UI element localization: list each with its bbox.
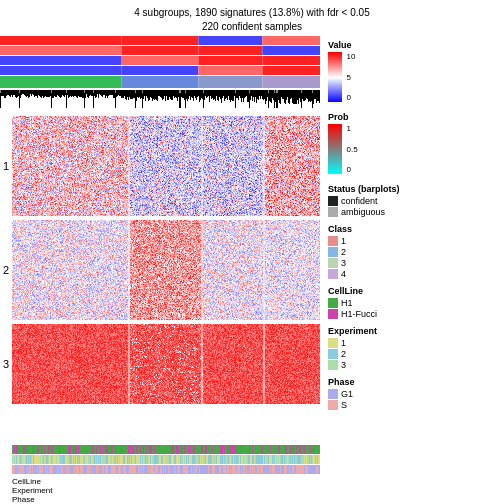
cellline-h1-color	[328, 298, 338, 308]
class-legend-title: Class	[328, 224, 500, 234]
class-2-color	[328, 247, 338, 257]
class-1-color	[328, 236, 338, 246]
status-ambiguous: ambiguous	[328, 207, 500, 217]
prob-gradient: 1 0.5 0	[328, 124, 500, 174]
value-min: 0	[347, 93, 356, 102]
class-3-label: 3	[341, 258, 346, 268]
phase-s-label: S	[341, 400, 347, 410]
cellline-h1-label: H1	[341, 298, 353, 308]
prob-max: 1	[347, 124, 358, 133]
experiment-3: 3	[328, 360, 500, 370]
experiment-1-color	[328, 338, 338, 348]
status-confident: confident	[328, 196, 500, 206]
class-4: 4	[328, 269, 500, 279]
prob-mid: 0.5	[347, 145, 358, 154]
title-area: 4 subgroups, 1890 signatures (13.8%) wit…	[0, 0, 504, 36]
row-label-1: 1	[0, 160, 12, 172]
phase-g1-color	[328, 389, 338, 399]
value-gradient: 10 5 0	[328, 52, 500, 102]
value-mid: 5	[347, 73, 356, 82]
class-2: 2	[328, 247, 500, 257]
value-max: 10	[347, 52, 356, 61]
prob-min: 0	[347, 165, 358, 174]
experiment-1-label: 1	[341, 338, 346, 348]
bottom-label-experiment: Experiment	[12, 486, 320, 495]
class-legend: Class 1 2 3 4	[328, 224, 500, 280]
main-container: 4 subgroups, 1890 signatures (13.8%) wit…	[0, 0, 504, 504]
bottom-annotation-area	[12, 445, 320, 475]
heatmap-wrapper-3	[12, 324, 320, 404]
status-ambiguous-color	[328, 207, 338, 217]
experiment-2: 2	[328, 349, 500, 359]
experiment-legend: Experiment 1 2 3	[328, 326, 500, 371]
class-1: 1	[328, 236, 500, 246]
class-3: 3	[328, 258, 500, 268]
phase-g1: G1	[328, 389, 500, 399]
status-ambiguous-label: ambiguous	[341, 207, 385, 217]
title-line2: 220 confident samples	[8, 20, 496, 34]
class-4-label: 4	[341, 269, 346, 279]
class-3-color	[328, 258, 338, 268]
row-label-2: 2	[0, 264, 12, 276]
value-legend: Value 10 5 0	[328, 40, 500, 106]
row-label-3: 3	[0, 358, 12, 370]
class-4-color	[328, 269, 338, 279]
right-panel: Value 10 5 0 Prob 1 0.5	[320, 36, 504, 504]
cellline-h1fucci-color	[328, 309, 338, 319]
heatmap-row-2: 2	[0, 220, 320, 320]
cellline-legend-title: CellLine	[328, 286, 500, 296]
value-legend-title: Value	[328, 40, 500, 50]
heatmap-row-3: 3	[0, 324, 320, 404]
heatmap-section: 1 2 3	[0, 116, 320, 445]
heatmap-row-1: 1	[0, 116, 320, 216]
cellline-h1fucci-label: H1-Fucci	[341, 309, 377, 319]
heatmap-wrapper-1	[12, 116, 320, 216]
class-2-label: 2	[341, 247, 346, 257]
bottom-labels: CellLine Experiment Phase	[12, 475, 320, 504]
content-area: 1 2 3	[0, 36, 504, 504]
status-confident-color	[328, 196, 338, 206]
experiment-3-label: 3	[341, 360, 346, 370]
phase-s: S	[328, 400, 500, 410]
phase-legend: Phase G1 S	[328, 377, 500, 411]
phase-legend-title: Phase	[328, 377, 500, 387]
cellline-h1fucci: H1-Fucci	[328, 309, 500, 319]
prob-legend: Prob 1 0.5 0	[328, 112, 500, 178]
class-1-label: 1	[341, 236, 346, 246]
bottom-label-cellline: CellLine	[12, 477, 320, 486]
prob-legend-title: Prob	[328, 112, 500, 122]
status-legend-title: Status (barplots)	[328, 184, 500, 194]
status-legend: Status (barplots) confident ambiguous	[328, 184, 500, 218]
experiment-2-label: 2	[341, 349, 346, 359]
experiment-1: 1	[328, 338, 500, 348]
cellline-legend: CellLine H1 H1-Fucci	[328, 286, 500, 320]
phase-s-color	[328, 400, 338, 410]
experiment-3-color	[328, 360, 338, 370]
status-confident-label: confident	[341, 196, 378, 206]
phase-g1-label: G1	[341, 389, 353, 399]
heatmap-wrapper-2	[12, 220, 320, 320]
left-panel: 1 2 3	[0, 36, 320, 504]
annotation-rows	[0, 36, 320, 116]
experiment-legend-title: Experiment	[328, 326, 500, 336]
title-line1: 4 subgroups, 1890 signatures (13.8%) wit…	[8, 6, 496, 20]
bottom-label-phase: Phase	[12, 495, 320, 504]
experiment-2-color	[328, 349, 338, 359]
cellline-h1: H1	[328, 298, 500, 308]
